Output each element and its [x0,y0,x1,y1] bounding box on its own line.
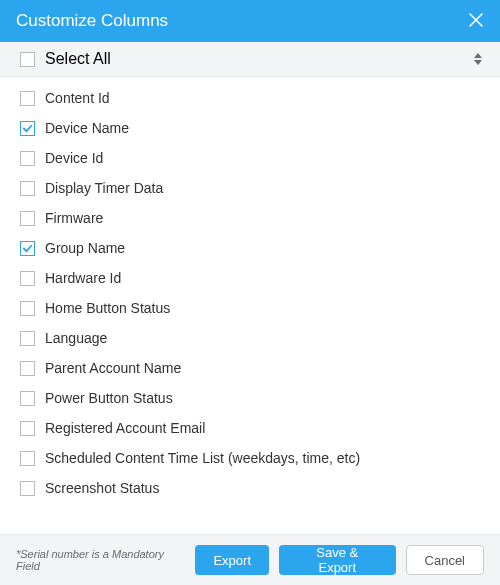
column-checkbox[interactable] [20,301,35,316]
list-item: Scheduled Content Time List (weekdays, t… [20,443,480,473]
list-item: Power Button Status [20,383,480,413]
list-item: Group Name [20,233,480,263]
dialog-footer: *Serial number is a Mandatory Field Expo… [0,534,500,585]
list-item: Hardware Id [20,263,480,293]
column-list: Content IdDevice NameDevice IdDisplay Ti… [0,77,500,534]
column-label: Home Button Status [45,300,170,316]
column-checkbox[interactable] [20,451,35,466]
footer-note: *Serial number is a Mandatory Field [16,548,185,572]
column-checkbox[interactable] [20,91,35,106]
dialog-header: Customize Columns [0,0,500,42]
save-export-button[interactable]: Save & Export [279,545,396,575]
column-label: Display Timer Data [45,180,163,196]
list-item: Device Id [20,143,480,173]
list-item: Parent Account Name [20,353,480,383]
list-item: Language [20,323,480,353]
column-label: Firmware [45,210,103,226]
column-label: Device Name [45,120,129,136]
select-all-label: Select All [45,50,111,68]
column-checkbox[interactable] [20,151,35,166]
list-item: Firmware [20,203,480,233]
column-checkbox[interactable] [20,181,35,196]
list-item: Home Button Status [20,293,480,323]
column-label: Device Id [45,150,103,166]
select-all-checkbox[interactable] [20,52,35,67]
column-label: Language [45,330,107,346]
column-label: Screenshot Status [45,480,159,496]
dialog-title: Customize Columns [16,11,168,31]
column-checkbox[interactable] [20,421,35,436]
cancel-button[interactable]: Cancel [406,545,484,575]
sort-toggle[interactable] [474,53,482,65]
column-label: Content Id [45,90,110,106]
close-icon[interactable] [468,11,484,31]
column-label: Hardware Id [45,270,121,286]
sort-up-icon [474,53,482,58]
column-label: Scheduled Content Time List (weekdays, t… [45,450,360,466]
column-checkbox[interactable] [20,211,35,226]
list-item: Screenshot Status [20,473,480,503]
column-label: Group Name [45,240,125,256]
column-checkbox[interactable] [20,481,35,496]
column-checkbox[interactable] [20,121,35,136]
export-button[interactable]: Export [195,545,269,575]
column-checkbox[interactable] [20,271,35,286]
column-checkbox[interactable] [20,241,35,256]
column-label: Parent Account Name [45,360,181,376]
list-item: Content Id [20,83,480,113]
column-checkbox[interactable] [20,361,35,376]
column-label: Power Button Status [45,390,173,406]
column-label: Registered Account Email [45,420,205,436]
list-item: Registered Account Email [20,413,480,443]
select-all-row: Select All [0,42,500,77]
list-item: Device Name [20,113,480,143]
sort-down-icon [474,60,482,65]
column-checkbox[interactable] [20,331,35,346]
list-item: Display Timer Data [20,173,480,203]
column-checkbox[interactable] [20,391,35,406]
